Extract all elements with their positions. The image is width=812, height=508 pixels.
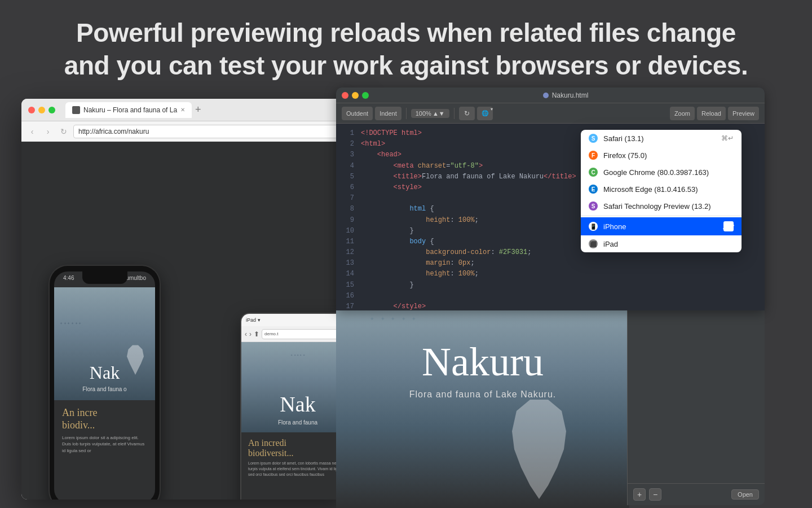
browser-edge[interactable]: E Microsoft Edge (81.0.416.53) bbox=[581, 181, 742, 198]
browser-titlebar: Nakuru – Flora and fauna of La ✕ + bbox=[21, 99, 354, 121]
phone-section: An increbiodiv... Lorem ipsum dolor sit … bbox=[54, 400, 155, 461]
editor-dot-icon bbox=[543, 93, 549, 98]
nakuru-main-preview: ✦ ✦ ✦ ✦ ✦ Nakuru Flora and fauna of Lake… bbox=[336, 305, 629, 508]
phone-device: 4:46 tumultbo ✦ ✦ ✦ ✦ ✦ ✦ bbox=[50, 266, 160, 500]
phone-nakuru-title: Nak bbox=[54, 362, 155, 383]
line-numbers: 1234567891011121314151617181920 bbox=[336, 124, 356, 310]
add-file-button[interactable]: + bbox=[633, 488, 646, 501]
tab-close-button[interactable]: ✕ bbox=[180, 107, 185, 113]
nakuru-hero-background: ✦ ✦ ✦ ✦ ✦ Nakuru Flora and fauna of Lake… bbox=[336, 305, 629, 508]
phone-shell: 4:46 tumultbo ✦ ✦ ✦ ✦ ✦ ✦ bbox=[50, 266, 160, 500]
editor-traffic-lights bbox=[342, 92, 369, 99]
phone-notch bbox=[82, 271, 127, 284]
browser-toolbar: ‹ › ↻ bbox=[21, 121, 354, 142]
browser-window: Nakuru – Flora and fauna of La ✕ + ‹ › ↻… bbox=[21, 99, 354, 500]
phone-hero-image: ✦ ✦ ✦ ✦ ✦ ✦ Nak Flora and fauna o bbox=[54, 287, 155, 400]
editor-titlebar: Nakuru.html bbox=[336, 87, 765, 103]
safari-icon: S bbox=[589, 134, 598, 143]
africa-map bbox=[494, 393, 584, 508]
editor-title-text: Nakuru.html bbox=[552, 91, 589, 99]
tab-favicon bbox=[72, 106, 80, 114]
ipad-icon: ⬛ bbox=[589, 239, 598, 248]
tab-area: Nakuru – Flora and fauna of La ✕ + bbox=[65, 102, 347, 118]
phone-time: 4:46 bbox=[63, 275, 74, 281]
back-button[interactable]: ‹ bbox=[26, 125, 38, 138]
browser-safari-preview[interactable]: S Safari Technology Preview (13.2) bbox=[581, 198, 742, 214]
ipad-section-title: An incredibiodiversit... bbox=[248, 438, 347, 458]
editor-maximize-button[interactable] bbox=[362, 92, 369, 99]
safari-shortcut: ⌘↵ bbox=[721, 134, 734, 142]
maximize-button[interactable] bbox=[48, 107, 55, 113]
tab-title: Nakuru – Flora and fauna of La bbox=[83, 106, 177, 114]
device-ipad[interactable]: ⬛ iPad bbox=[581, 235, 742, 252]
toolbar-separator bbox=[406, 108, 407, 119]
close-button[interactable] bbox=[28, 107, 35, 113]
phone-url: tumultbo bbox=[125, 275, 146, 281]
iphone-stepper[interactable]: ▲▼ bbox=[723, 221, 734, 231]
iphone-icon: 📱 bbox=[589, 222, 598, 231]
phone-nakuru-subtitle: Flora and fauna o bbox=[54, 386, 155, 392]
browser-chrome[interactable]: C Google Chrome (80.0.3987.163) bbox=[581, 164, 742, 181]
safari-label: Safari (13.1) bbox=[603, 134, 644, 143]
remove-file-button[interactable]: − bbox=[649, 488, 661, 501]
edge-label: Microsoft Edge (81.0.416.53) bbox=[603, 185, 698, 194]
editor-toolbar: Outdent Indent 100% ▲▼ ↻ 🌐 ▾ Zoom Reload… bbox=[336, 103, 765, 124]
ipad-status-text: iPad ▾ bbox=[246, 317, 261, 323]
phone-content: ✦ ✦ ✦ ✦ ✦ ✦ Nak Flora and fauna o bbox=[54, 287, 155, 500]
ipad-back-btn[interactable]: ‹ bbox=[245, 330, 247, 338]
zoom-label-btn[interactable]: Zoom bbox=[670, 107, 695, 120]
hero-section: Powerful previewing reloads when related… bbox=[0, 11, 812, 87]
indent-button[interactable]: Indent bbox=[375, 107, 401, 120]
toolbar-right: Zoom Reload Preview bbox=[670, 107, 759, 120]
open-button[interactable]: Open bbox=[731, 489, 759, 500]
phone-screen: 4:46 tumultbo ✦ ✦ ✦ ✦ ✦ ✦ bbox=[54, 271, 155, 500]
browser-content: 4:46 tumultbo ✦ ✦ ✦ ✦ ✦ ✦ bbox=[21, 142, 354, 500]
browser-dropdown: S Safari (13.1) ⌘↵ F Firefox (75.0) C Go… bbox=[581, 130, 742, 252]
nakuru-main-title: Nakuru bbox=[336, 339, 629, 386]
safari-preview-label: Safari Technology Preview (13.2) bbox=[603, 202, 711, 211]
iphone-label: iPhone bbox=[603, 222, 626, 231]
safari-preview-icon: S bbox=[589, 202, 598, 211]
nakuru-main-subtitle: Flora and fauna of Lake Nakuru. bbox=[336, 389, 629, 400]
new-tab-button[interactable]: + bbox=[195, 104, 201, 116]
firefox-label: Firefox (75.0) bbox=[603, 151, 647, 160]
chrome-icon: C bbox=[589, 168, 598, 177]
ipad-forward-btn[interactable]: › bbox=[249, 330, 251, 338]
chrome-label: Google Chrome (80.0.3987.163) bbox=[603, 168, 709, 177]
zoom-stepper-icon: ▲▼ bbox=[433, 110, 445, 117]
traffic-lights bbox=[28, 107, 55, 113]
browser-firefox[interactable]: F Firefox (75.0) bbox=[581, 147, 742, 164]
phone-section-text: Lorem ipsum dolor sit a adipiscing elit.… bbox=[62, 435, 147, 454]
reload-btn[interactable]: Reload bbox=[697, 107, 726, 120]
browser-safari[interactable]: S Safari (13.1) ⌘↵ bbox=[581, 130, 742, 147]
firefox-icon: F bbox=[589, 151, 598, 160]
forward-button[interactable]: › bbox=[42, 125, 54, 138]
active-tab[interactable]: Nakuru – Flora and fauna of La ✕ bbox=[65, 102, 192, 118]
svg-point-0 bbox=[514, 422, 532, 436]
preview-icon-button[interactable]: 🌐 ▾ bbox=[477, 107, 493, 120]
dropdown-separator bbox=[581, 216, 742, 216]
ipad-label: iPad bbox=[603, 240, 618, 248]
ipad-share-btn[interactable]: ⬆ bbox=[254, 330, 259, 338]
zoom-control[interactable]: 100% ▲▼ bbox=[411, 109, 449, 118]
toolbar-separator2 bbox=[454, 108, 454, 119]
refresh-button[interactable]: ↻ bbox=[58, 125, 70, 138]
hero-line2: and you can test your work against brows… bbox=[64, 51, 748, 80]
ipad-url: demo.t bbox=[264, 331, 278, 336]
phone-section-title: An increbiodiv... bbox=[62, 407, 147, 431]
outdent-button[interactable]: Outdent bbox=[342, 107, 373, 120]
editor-close-button[interactable] bbox=[342, 92, 348, 99]
reload-icon-button[interactable]: ↻ bbox=[459, 107, 475, 120]
minimize-button[interactable] bbox=[38, 107, 45, 113]
editor-minimize-button[interactable] bbox=[352, 92, 359, 99]
hero-title: Powerful previewing reloads when related… bbox=[34, 17, 778, 82]
birds-decoration: ✦ ✦ ✦ ✦ ✦ bbox=[370, 316, 418, 322]
address-bar[interactable] bbox=[73, 125, 350, 138]
edge-icon: E bbox=[589, 185, 598, 194]
editor-title: Nakuru.html bbox=[372, 91, 759, 99]
hero-line1: Powerful previewing reloads when related… bbox=[76, 18, 736, 47]
preview-btn[interactable]: Preview bbox=[728, 107, 759, 120]
ipad-section-text: Lorem ipsum dolor sit amet, con lobortis… bbox=[248, 461, 347, 477]
panel-footer: + − Open bbox=[628, 483, 765, 505]
device-iphone[interactable]: 📱 iPhone ▲▼ bbox=[581, 217, 742, 235]
